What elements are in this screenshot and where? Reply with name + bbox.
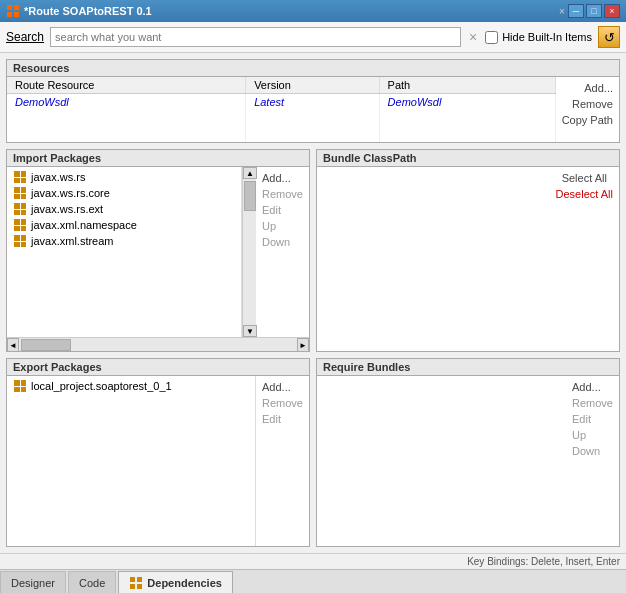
bundle-classpath-list <box>317 167 550 351</box>
refresh-button[interactable]: ↺ <box>598 26 620 48</box>
package-icon <box>13 234 27 248</box>
col-path: Path <box>379 77 555 94</box>
import-packages-scrollbar[interactable]: ▲ ▼ <box>242 167 256 337</box>
require-bundles-section: Require Bundles Add... Remove Edit Up Do… <box>316 358 620 547</box>
import-package-name: javax.ws.rs <box>31 171 85 183</box>
resources-add-button[interactable]: Add... <box>560 81 615 95</box>
tab-bar: Designer Code Dependencies <box>0 569 626 593</box>
export-packages-body: local_project.soaptorest_0_1 Add... Remo… <box>7 376 309 546</box>
hide-builtin-checkbox[interactable] <box>485 31 498 44</box>
resources-body: Route Resource Version Path DemoWsdl Lat… <box>7 77 619 142</box>
close-tab-button[interactable]: × <box>556 5 568 17</box>
list-item[interactable]: javax.ws.rs <box>9 169 239 185</box>
svg-rect-5 <box>137 577 142 582</box>
import-package-name: javax.xml.namespace <box>31 219 137 231</box>
search-input[interactable] <box>50 27 461 47</box>
export-packages-title: Export Packages <box>7 359 309 376</box>
col-version: Version <box>246 77 379 94</box>
bundle-classpath-title: Bundle ClassPath <box>317 150 619 167</box>
import-up-button[interactable]: Up <box>260 219 305 233</box>
table-row[interactable]: DemoWsdl Latest DemoWsdl <box>7 94 555 111</box>
scroll-up-arrow[interactable]: ▲ <box>243 167 257 179</box>
hide-builtin-text: Hide Built-In Items <box>502 31 592 43</box>
tab-code-label: Code <box>79 577 105 589</box>
export-edit-button[interactable]: Edit <box>260 412 305 426</box>
resources-remove-button[interactable]: Remove <box>560 97 615 111</box>
package-icon <box>13 218 27 232</box>
scroll-thumb[interactable] <box>244 181 256 211</box>
table-row-empty2 <box>7 126 555 142</box>
svg-rect-0 <box>7 5 12 10</box>
scroll-track[interactable] <box>243 179 256 325</box>
title-bar: *Route SOAPtoREST 0.1 × ─ □ × <box>0 0 626 22</box>
horiz-right-arrow[interactable]: ► <box>297 338 309 351</box>
import-packages-list: javax.ws.rs javax.ws.rs.core <box>7 167 242 337</box>
require-down-button[interactable]: Down <box>570 444 615 458</box>
list-item[interactable]: javax.ws.rs.ext <box>9 201 239 217</box>
bottom-grid: Import Packages javax.ws.rs <box>6 149 620 547</box>
close-button[interactable]: × <box>604 4 620 18</box>
resources-copy-path-button[interactable]: Copy Path <box>560 113 615 127</box>
require-remove-button[interactable]: Remove <box>570 396 615 410</box>
list-item[interactable]: local_project.soaptorest_0_1 <box>9 378 253 394</box>
package-icon <box>13 379 27 393</box>
import-packages-buttons: Add... Remove Edit Up Down <box>256 167 309 337</box>
list-item[interactable]: javax.ws.rs.core <box>9 185 239 201</box>
export-remove-button[interactable]: Remove <box>260 396 305 410</box>
svg-rect-7 <box>137 584 142 589</box>
resources-buttons: Add... Remove Copy Path <box>556 77 619 142</box>
bundle-classpath-body: Select All Deselect All <box>317 167 619 351</box>
tab-dependencies-label: Dependencies <box>147 577 222 589</box>
horiz-scrollbar[interactable]: ◄ ► <box>7 337 309 351</box>
resources-section: Resources Route Resource Version Path De… <box>6 59 620 143</box>
package-icon <box>13 202 27 216</box>
table-row-empty <box>7 110 555 126</box>
import-down-button[interactable]: Down <box>260 235 305 249</box>
status-text: Key Bindings: Delete, Insert, Enter <box>467 556 620 567</box>
horiz-left-arrow[interactable]: ◄ <box>7 338 19 351</box>
svg-rect-4 <box>130 577 135 582</box>
tab-code[interactable]: Code <box>68 571 116 593</box>
status-bar: Key Bindings: Delete, Insert, Enter <box>0 553 626 569</box>
list-item[interactable]: javax.xml.namespace <box>9 217 239 233</box>
refresh-icon: ↺ <box>604 30 615 45</box>
require-bundles-list <box>317 376 566 546</box>
resource-path: DemoWsdl <box>379 94 555 111</box>
require-add-button[interactable]: Add... <box>570 380 615 394</box>
resource-name: DemoWsdl <box>7 94 246 111</box>
require-edit-button[interactable]: Edit <box>570 412 615 426</box>
svg-rect-6 <box>130 584 135 589</box>
import-add-button[interactable]: Add... <box>260 171 305 185</box>
import-remove-button[interactable]: Remove <box>260 187 305 201</box>
window-controls: ─ □ × <box>568 4 620 18</box>
tab-designer[interactable]: Designer <box>0 571 66 593</box>
import-packages-title: Import Packages <box>7 150 309 167</box>
import-packages-body: javax.ws.rs javax.ws.rs.core <box>7 167 309 351</box>
horiz-track[interactable] <box>19 338 297 351</box>
search-bar: Search × Hide Built-In Items ↺ <box>0 22 626 53</box>
hide-builtin-label: Hide Built-In Items <box>485 31 592 44</box>
svg-rect-1 <box>14 5 19 10</box>
tab-designer-label: Designer <box>11 577 55 589</box>
resource-version: Latest <box>246 94 379 111</box>
maximize-button[interactable]: □ <box>586 4 602 18</box>
select-all-button[interactable]: Select All <box>554 171 615 185</box>
tab-dependencies[interactable]: Dependencies <box>118 571 233 593</box>
minimize-button[interactable]: ─ <box>568 4 584 18</box>
resources-title: Resources <box>7 60 619 77</box>
svg-rect-2 <box>7 12 12 17</box>
export-add-button[interactable]: Add... <box>260 380 305 394</box>
horiz-thumb[interactable] <box>21 339 71 351</box>
resources-table: Route Resource Version Path DemoWsdl Lat… <box>7 77 556 142</box>
import-edit-button[interactable]: Edit <box>260 203 305 217</box>
package-icon <box>13 170 27 184</box>
scroll-down-arrow[interactable]: ▼ <box>243 325 257 337</box>
resources-table-wrap: Route Resource Version Path DemoWsdl Lat… <box>7 77 556 142</box>
require-up-button[interactable]: Up <box>570 428 615 442</box>
search-clear-icon[interactable]: × <box>467 29 479 45</box>
list-item[interactable]: javax.xml.stream <box>9 233 239 249</box>
dependencies-icon <box>129 576 143 590</box>
svg-rect-3 <box>14 12 19 17</box>
deselect-all-button[interactable]: Deselect All <box>554 187 615 201</box>
col-resource: Route Resource <box>7 77 246 94</box>
